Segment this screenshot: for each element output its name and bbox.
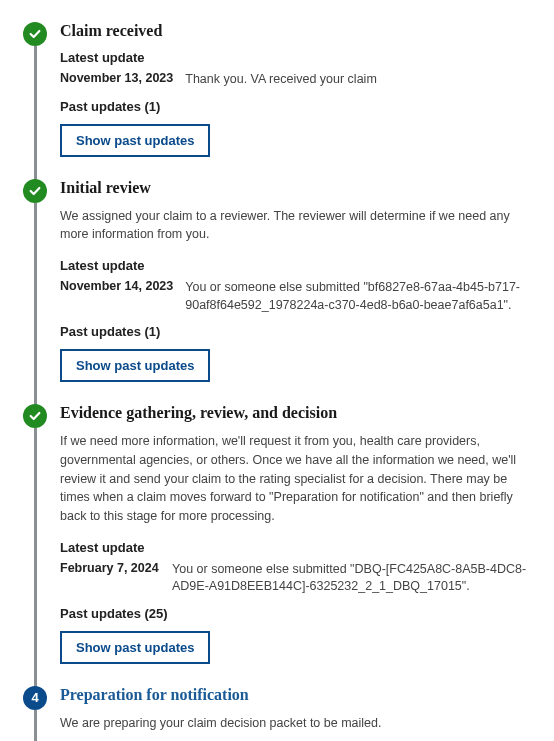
show-past-updates-button[interactable]: Show past updates bbox=[60, 349, 210, 382]
step-description: We are preparing your claim decision pac… bbox=[60, 714, 534, 733]
update-row: November 13, 2023 Thank you. VA received… bbox=[60, 71, 534, 89]
latest-update-label: Latest update bbox=[60, 540, 534, 555]
latest-update-label: Latest update bbox=[60, 50, 534, 65]
step-claim-received: Claim received Latest update November 13… bbox=[20, 22, 534, 177]
claim-timeline: Claim received Latest update November 13… bbox=[20, 22, 534, 741]
checkmark-icon bbox=[23, 22, 47, 46]
step-title: Evidence gathering, review, and decision bbox=[60, 404, 534, 422]
past-updates-label: Past updates (1) bbox=[60, 99, 534, 114]
update-date: November 13, 2023 bbox=[60, 71, 173, 85]
latest-update-label: Latest update bbox=[60, 258, 534, 273]
update-text: You or someone else submitted "bf6827e8-… bbox=[185, 279, 534, 314]
past-updates-label: Past updates (25) bbox=[60, 606, 534, 621]
step-number-icon: 4 bbox=[23, 686, 47, 710]
update-date: February 7, 2024 bbox=[60, 561, 160, 575]
update-text: You or someone else submitted "DBQ-[FC42… bbox=[172, 561, 534, 596]
update-text: Thank you. VA received your claim bbox=[185, 71, 534, 89]
update-date: November 14, 2023 bbox=[60, 279, 173, 293]
step-evidence-gathering: Evidence gathering, review, and decision… bbox=[20, 404, 534, 684]
update-row: February 7, 2024 You or someone else sub… bbox=[60, 561, 534, 596]
step-description: We assigned your claim to a reviewer. Th… bbox=[60, 207, 534, 245]
checkmark-icon bbox=[23, 404, 47, 428]
checkmark-icon bbox=[23, 179, 47, 203]
step-preparation-for-notification: 4 Preparation for notification We are pr… bbox=[20, 686, 534, 741]
show-past-updates-button[interactable]: Show past updates bbox=[60, 631, 210, 664]
step-title: Claim received bbox=[60, 22, 534, 40]
update-row: November 14, 2023 You or someone else su… bbox=[60, 279, 534, 314]
step-title: Initial review bbox=[60, 179, 534, 197]
step-description: If we need more information, we'll reque… bbox=[60, 432, 534, 526]
step-initial-review: Initial review We assigned your claim to… bbox=[20, 179, 534, 403]
show-past-updates-button[interactable]: Show past updates bbox=[60, 124, 210, 157]
step-title: Preparation for notification bbox=[60, 686, 534, 704]
past-updates-label: Past updates (1) bbox=[60, 324, 534, 339]
